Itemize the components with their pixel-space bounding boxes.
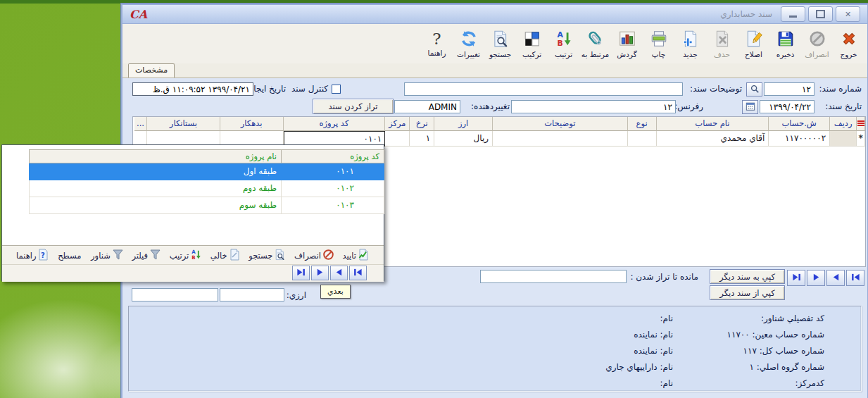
grid-column-header-nerkh[interactable]: نرخ bbox=[410, 117, 434, 131]
record-nav-next-button[interactable] bbox=[807, 270, 825, 286]
project-name-cell[interactable]: طبقه سوم bbox=[29, 197, 282, 214]
doc-date-field[interactable]: ۱۳۹۹/۰۴/۲۲ bbox=[760, 100, 814, 113]
project-row[interactable]: طبقه اول۰۱۰۱ bbox=[29, 163, 384, 180]
grid-column-header-markaz[interactable]: مرکز bbox=[385, 117, 410, 131]
project-name-cell[interactable]: طبقه دوم bbox=[29, 180, 282, 197]
toolbar-button-new[interactable]: جديد bbox=[674, 26, 706, 61]
project-lookup-popup: نام پروژه کد پروژه طبقه اول۰۱۰۱طبقه دوم۰… bbox=[1, 144, 384, 281]
grid-column-header-hesab_name[interactable]: نام حساب bbox=[657, 117, 769, 131]
grid-cell-sh_hesab[interactable]: ۱۱۷۰۰۰۰۰۲ bbox=[769, 131, 830, 147]
grid-cell-radif[interactable] bbox=[830, 131, 857, 147]
popup-button-search[interactable]: جستجو bbox=[249, 249, 286, 263]
popup-button-confirm[interactable]: تاييد bbox=[343, 249, 370, 263]
project-code-cell[interactable]: ۰۱۰۲ bbox=[282, 180, 384, 197]
popup-button-filter[interactable]: فيلتر bbox=[132, 249, 161, 263]
grid-column-header-arz[interactable]: ارز bbox=[434, 117, 493, 131]
popup-nav-last-button[interactable] bbox=[292, 266, 310, 280]
grid-cell-hesab_name[interactable]: آقاي محمدي bbox=[657, 131, 769, 147]
delete-icon bbox=[713, 30, 731, 49]
popup-button-label: انصراف bbox=[294, 251, 321, 261]
record-nav-last-button[interactable] bbox=[787, 270, 805, 286]
popup-button-empty[interactable]: خالي bbox=[210, 249, 241, 263]
toolbar-button-label: جستجو bbox=[489, 50, 511, 58]
doc-number-lookup-button[interactable] bbox=[746, 82, 762, 97]
project-code-cell[interactable]: ۰۱۰۱ bbox=[282, 163, 384, 180]
grid-cell-arz[interactable]: ريال bbox=[434, 131, 493, 147]
doc-number-field[interactable]: ۱۲ bbox=[764, 82, 814, 96]
currency-field-2[interactable] bbox=[132, 288, 218, 301]
popup-button-label: راهنما bbox=[16, 251, 36, 261]
toolbar-button-label: اصلاح bbox=[745, 50, 762, 58]
svg-text:B: B bbox=[191, 254, 195, 261]
grid-cell-nerkh[interactable]: ۱ bbox=[410, 131, 434, 147]
project-row[interactable]: طبقه سوم۰۱۰۳ bbox=[29, 197, 384, 214]
doc-description-field[interactable] bbox=[404, 82, 683, 96]
toolbar-button-sort[interactable]: ABترتيب bbox=[548, 26, 579, 61]
balance-document-button[interactable]: تراز کردن سند bbox=[313, 99, 394, 114]
toolbar-button-save[interactable]: ذخيره bbox=[769, 26, 801, 61]
grid-column-header-more[interactable]: ... bbox=[134, 117, 147, 131]
close-button[interactable]: ✕ bbox=[836, 6, 860, 22]
project-name-cell[interactable]: طبقه اول bbox=[29, 163, 282, 180]
grid-column-header-radif[interactable]: رديف bbox=[830, 117, 857, 131]
info-label-value: کد تفصيلي شناور: bbox=[761, 313, 824, 323]
doc-date-label: تاريخ سند: bbox=[825, 100, 862, 113]
currency-field-1[interactable] bbox=[220, 288, 284, 301]
popup-nav-first-button[interactable] bbox=[349, 266, 367, 280]
project-code-cell[interactable]: ۰۱۰۳ bbox=[282, 197, 384, 214]
grid-column-header-tozihat[interactable]: توضيحات bbox=[493, 117, 628, 131]
copy-to-document-button[interactable]: کپي به سند ديگر bbox=[710, 269, 785, 284]
toolbar-button-print[interactable]: چاپ bbox=[643, 26, 674, 61]
tab-specifications[interactable]: مشخصات bbox=[128, 63, 175, 77]
print-icon bbox=[650, 30, 668, 49]
popup-button-flat[interactable]: مسطح bbox=[58, 251, 82, 261]
combine-icon bbox=[523, 30, 541, 49]
doc-control-checkbox[interactable] bbox=[332, 85, 341, 94]
title-bar[interactable]: CA سند حسابداري ✕ bbox=[122, 5, 867, 24]
doc-date-calendar-button[interactable] bbox=[742, 100, 758, 114]
toolbar-button-turnover[interactable]: گردش bbox=[611, 26, 643, 61]
grid-column-header-project_code[interactable]: کد پروژه bbox=[284, 117, 386, 131]
reference-field[interactable]: ۱۲ bbox=[511, 100, 676, 113]
record-nav-first-button[interactable] bbox=[846, 270, 864, 286]
balance-remaining-field[interactable] bbox=[480, 270, 627, 283]
minimize-button[interactable] bbox=[781, 6, 805, 22]
toolbar-button-related-to[interactable]: مرتبط به bbox=[579, 26, 611, 61]
info-name-value: نام: bbox=[660, 313, 673, 323]
grid-filter-icon[interactable] bbox=[857, 120, 864, 127]
grid-cell-markaz[interactable] bbox=[385, 131, 410, 147]
grid-column-header-sh_hesab[interactable]: ش.حساب bbox=[769, 117, 830, 131]
popup-button-help[interactable]: ?راهنما bbox=[16, 249, 49, 263]
cancel-icon bbox=[808, 30, 826, 49]
project-name-column-header[interactable]: نام پروژه bbox=[29, 149, 282, 163]
modifier-field[interactable]: ADMIN bbox=[394, 100, 460, 113]
info-label-value: شماره گروه اصلي: ۱ bbox=[749, 362, 824, 372]
toolbar-button-label: حذف bbox=[714, 50, 730, 58]
grid-column-header-bestankar[interactable]: بستانکار bbox=[147, 117, 220, 131]
popup-button-cancel[interactable]: انصراف bbox=[294, 249, 334, 263]
popup-button-label: تاييد bbox=[343, 251, 356, 261]
grid-cell-no[interactable] bbox=[628, 131, 657, 147]
project-code-column-header[interactable]: کد پروژه bbox=[282, 149, 384, 163]
grid-column-header-no[interactable]: نوع bbox=[628, 117, 657, 131]
toolbar-button-exit[interactable]: خروج bbox=[833, 26, 864, 61]
record-nav-prev-button[interactable] bbox=[826, 270, 845, 286]
save-icon bbox=[776, 30, 795, 49]
copy-from-document-button[interactable]: کپي از سند ديگر bbox=[710, 285, 785, 300]
question-icon: ? bbox=[432, 30, 441, 48]
toolbar-button-search[interactable]: جستجو bbox=[484, 26, 516, 61]
toolbar-button-help[interactable]: ?راهنما bbox=[421, 26, 453, 61]
new-icon bbox=[681, 30, 700, 49]
grid-cell-tozihat[interactable] bbox=[493, 131, 628, 147]
toolbar-button-combine[interactable]: ترکيب bbox=[516, 26, 548, 61]
toolbar-button-modify[interactable]: اصلاح bbox=[738, 26, 769, 61]
popup-button-float[interactable]: شناور bbox=[91, 249, 124, 263]
maximize-button[interactable] bbox=[808, 6, 833, 22]
popup-button-sort[interactable]: ABترتيب bbox=[170, 249, 203, 263]
toolbar-button-changes[interactable]: تغييرات bbox=[453, 26, 484, 61]
grid-column-header-bedehkar[interactable]: بدهکار bbox=[220, 117, 284, 131]
popup-nav-prev-button[interactable] bbox=[330, 266, 348, 280]
close-icon: ✕ bbox=[845, 10, 851, 19]
popup-nav-next-button[interactable] bbox=[311, 266, 329, 280]
project-row[interactable]: طبقه دوم۰۱۰۲ bbox=[29, 180, 384, 197]
